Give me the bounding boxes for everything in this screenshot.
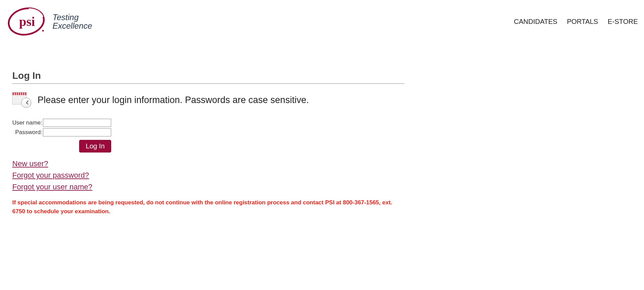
logo-tagline: Testing Excellence bbox=[53, 13, 92, 30]
helper-links: New user? Forgot your password? Forgot y… bbox=[12, 159, 405, 191]
username-label: User name: bbox=[12, 118, 43, 128]
password-label: Password: bbox=[12, 128, 43, 137]
logo-tagline-line1: Testing bbox=[53, 13, 92, 21]
logo[interactable]: psi Testing Excellence bbox=[6, 7, 92, 36]
logo-tagline-line2: Excellence bbox=[53, 21, 92, 30]
login-button[interactable]: Log In bbox=[79, 140, 111, 153]
top-nav: CANDIDATES PORTALS E-STORE bbox=[514, 18, 638, 26]
header: psi Testing Excellence CANDIDATES PORTAL… bbox=[0, 0, 644, 40]
instruction-row: Please enter your login information. Pas… bbox=[12, 92, 405, 108]
page-title: Log In bbox=[12, 70, 405, 81]
main-content: Log In Please enter your login informati… bbox=[0, 40, 417, 216]
nav-estore[interactable]: E-STORE bbox=[608, 18, 638, 26]
calendar-clock-icon bbox=[12, 92, 31, 108]
forgot-username-link[interactable]: Forgot your user name? bbox=[12, 183, 92, 191]
title-divider bbox=[12, 83, 405, 84]
psi-logo-icon: psi bbox=[8, 7, 48, 36]
svg-point-4 bbox=[42, 30, 44, 32]
new-user-link[interactable]: New user? bbox=[12, 159, 48, 168]
login-form: User name: Password: Log In bbox=[12, 118, 111, 153]
password-input[interactable] bbox=[43, 128, 111, 136]
forgot-password-link[interactable]: Forgot your password? bbox=[12, 171, 89, 180]
svg-text:psi: psi bbox=[19, 14, 35, 29]
username-input[interactable] bbox=[43, 119, 111, 127]
nav-candidates[interactable]: CANDIDATES bbox=[514, 18, 557, 26]
instruction-text: Please enter your login information. Pas… bbox=[38, 95, 309, 105]
accommodations-notice: If special accommodations are being requ… bbox=[12, 198, 405, 216]
nav-portals[interactable]: PORTALS bbox=[567, 18, 598, 26]
